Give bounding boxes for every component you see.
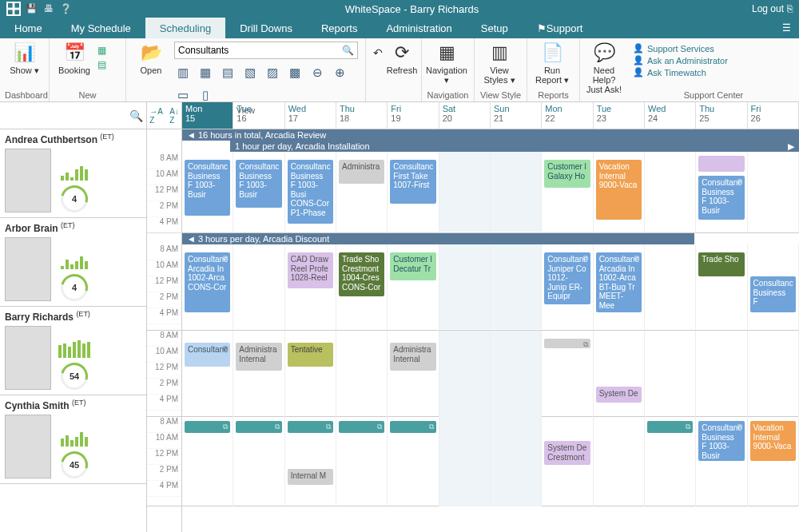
menu-home[interactable]: Home — [0, 18, 57, 38]
viewstyles-button[interactable]: ▥View Styles ▾ — [479, 42, 519, 85]
sort-desc-icon[interactable]: A↓Z — [169, 107, 179, 125]
navigation-button[interactable]: ▦Navigation ▾ — [427, 42, 467, 85]
event[interactable]: Consultanc Business F 1003-Busir — [185, 160, 230, 216]
grid-cell[interactable]: Consultanc Arcadia In 1002-Arca BT-Bug T… — [594, 244, 645, 329]
event[interactable]: Consultanc⧉ — [185, 343, 230, 367]
grid-cell[interactable] — [645, 244, 696, 329]
grid-cell[interactable] — [336, 331, 388, 417]
event[interactable]: CAD Draw Reel Profe 1028-Reel — [288, 252, 333, 288]
grid-cell[interactable]: ⧉ — [645, 417, 696, 506]
view-ico-10[interactable]: ▯ — [197, 86, 214, 104]
event[interactable]: ⧉ — [185, 421, 230, 433]
day-header[interactable]: Mon22 — [542, 102, 593, 129]
day-header[interactable]: Thu25 — [696, 102, 747, 129]
event[interactable]: Trade Sho Crestmont 1004-Cres CONS-Cor — [339, 252, 384, 296]
view-ico-5[interactable]: ▨ — [264, 64, 281, 81]
event[interactable] — [698, 156, 744, 172]
grid-cell[interactable]: Trade Sho — [696, 244, 747, 329]
grid-cell[interactable] — [491, 152, 542, 232]
grid-cell[interactable]: ⧉ — [233, 417, 284, 506]
booking-button[interactable]: 📅Booking — [54, 42, 94, 75]
menu-scheduling[interactable]: Scheduling — [145, 18, 225, 38]
grid-cell[interactable]: Consultanc⧉ — [182, 331, 233, 417]
grid-cell[interactable] — [645, 152, 696, 232]
logout-button[interactable]: Log out ⎘ — [752, 3, 793, 14]
zoom-out-icon[interactable]: ⊖ — [308, 64, 326, 81]
event[interactable]: Administra Internal — [236, 343, 281, 371]
zoom-in-icon[interactable]: ⊕ — [331, 64, 348, 81]
grid-cell[interactable]: Vacation Internal 9000-Vaca — [594, 152, 645, 232]
menu-support[interactable]: ⚑ Support — [523, 18, 598, 38]
event[interactable]: Consultanc Business F 1003-Busir⧉ — [698, 176, 744, 220]
grid-cell[interactable]: Administra — [336, 152, 388, 232]
day-header[interactable]: Tue16 — [233, 102, 284, 129]
event[interactable]: Administra — [339, 160, 384, 184]
event[interactable]: Tentative — [288, 343, 333, 367]
grid-cell[interactable]: Consultanc Arcadia In 1002-Arca CONS-Cor… — [182, 244, 233, 329]
grid-cell[interactable]: Consultanc Business F 1003-Busir — [233, 152, 284, 232]
grid-cell[interactable]: Consultanc Business F 1003-Busi CONS-Cor… — [285, 152, 336, 232]
view-ico-6[interactable]: ▩ — [286, 64, 304, 81]
event[interactable]: Consultanc Business F 1003-Busi CONS-Cor… — [288, 160, 333, 224]
search-icon[interactable]: 🔍 — [342, 45, 354, 56]
show-button[interactable]: 📊Show ▾ — [5, 42, 44, 75]
grid-cell[interactable]: ⧉ — [542, 331, 593, 417]
day-header[interactable]: Fri26 — [748, 102, 799, 129]
grid-cell[interactable] — [696, 331, 747, 417]
grid-cell[interactable] — [491, 244, 542, 329]
view-search[interactable]: 🔍 — [174, 42, 358, 59]
person-row[interactable]: Arbor Brain (ET) 4 — [0, 218, 146, 307]
grid-cell[interactable]: ⧉Internal M — [285, 417, 336, 506]
save-icon[interactable]: 💾 — [26, 3, 38, 14]
event[interactable]: System De — [596, 387, 642, 403]
view-search-input[interactable] — [178, 45, 342, 56]
day-header[interactable]: Wed17 — [285, 102, 336, 129]
person-row[interactable]: Barry Richards (ET) 54 — [0, 307, 146, 395]
event[interactable]: Consultanc Business F 1003-Busir — [236, 160, 281, 208]
grid-cell[interactable]: Consultanc Business F 1003-Busir — [182, 152, 233, 232]
grid-cell[interactable] — [748, 152, 799, 232]
event[interactable]: Consultanc Arcadia In 1002-Arca CONS-Cor… — [185, 252, 230, 312]
grid-cell[interactable]: ⧉ — [182, 417, 233, 506]
day-header[interactable]: Fri19 — [388, 102, 439, 129]
day-header[interactable]: Sun21 — [491, 102, 542, 129]
event[interactable]: Administra Internal — [390, 343, 435, 371]
refresh-button[interactable]: ⟳Refresh — [388, 42, 416, 75]
grid-cell[interactable]: Consultanc First Take 1007-First — [388, 152, 439, 232]
grid-cell[interactable] — [491, 417, 542, 506]
menu-myschedule[interactable]: My Schedule — [57, 18, 145, 38]
grid-cell[interactable] — [748, 331, 799, 417]
event[interactable]: Customer l Decatur Tr — [390, 252, 435, 280]
event[interactable]: Customer l Galaxy Ho — [544, 160, 590, 188]
event[interactable]: Trade Sho — [698, 252, 744, 276]
grid-cell[interactable] — [439, 331, 491, 417]
view-ico-2[interactable]: ▦ — [197, 64, 214, 81]
event[interactable]: Vacation Internal 9000-Vaca — [596, 160, 642, 220]
grid-cell[interactable] — [439, 417, 491, 506]
grid-cell[interactable]: Consultanc Juniper Co 1012-Junip ER-Equi… — [542, 244, 593, 329]
event[interactable]: Consultanc Juniper Co 1012-Junip ER-Equi… — [544, 252, 590, 304]
grid-cell[interactable] — [594, 417, 645, 506]
ask-admin[interactable]: 👤 Ask an Administrator — [633, 55, 794, 66]
menu-drilldowns[interactable]: Drill Downs — [225, 18, 307, 38]
grid-cell[interactable] — [491, 331, 542, 417]
grid-cell[interactable]: System De — [594, 331, 645, 417]
event[interactable]: System De Crestmont — [544, 441, 590, 465]
grid-cell[interactable]: ⧉ — [336, 417, 388, 506]
day-header[interactable]: Tue23 — [594, 102, 645, 129]
grid-cell[interactable]: Tentative — [285, 331, 336, 417]
open-button[interactable]: 📂Open — [131, 42, 171, 75]
hamburger-icon[interactable]: ☰ — [774, 18, 799, 38]
grid-cell[interactable]: Customer l Galaxy Ho — [542, 152, 593, 232]
event[interactable]: ⧉ — [390, 421, 435, 433]
grid-cell[interactable]: Customer l Decatur Tr — [388, 244, 439, 329]
grid-cell[interactable] — [645, 331, 696, 417]
grid-cell[interactable]: Administra Internal — [233, 331, 284, 417]
grid-cell[interactable]: Trade Sho Crestmont 1004-Cres CONS-Cor — [336, 244, 388, 329]
grid-cell[interactable]: Vacation Internal 9000-Vaca — [748, 417, 799, 506]
people-filter-input[interactable] — [3, 110, 128, 121]
view-ico-9[interactable]: ▭ — [174, 86, 192, 104]
grid-cell[interactable]: Consultanc Business F 1003-Busir⧉ — [696, 417, 747, 506]
event[interactable]: Consultanc Business F 1003-Busir⧉ — [698, 421, 744, 461]
ask-timewatch[interactable]: 👤 Ask Timewatch — [633, 67, 794, 77]
